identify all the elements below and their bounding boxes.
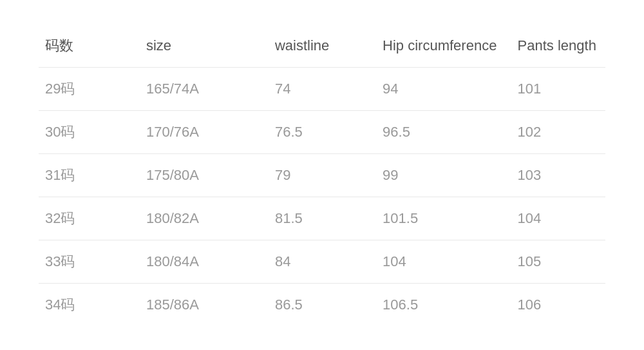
- cell-pants: 102: [511, 110, 605, 153]
- cell-waistline: 74: [269, 67, 376, 110]
- cell-size: 165/74A: [140, 67, 269, 110]
- cell-code: 33码: [39, 240, 140, 283]
- cell-waistline: 76.5: [269, 110, 376, 153]
- size-table: 码数 size waistline Hip circumference Pant…: [39, 24, 605, 326]
- cell-pants: 103: [511, 153, 605, 197]
- cell-size: 180/84A: [140, 240, 269, 283]
- size-chart-container: 码数 size waistline Hip circumference Pant…: [13, 12, 631, 339]
- cell-code: 32码: [39, 197, 140, 240]
- cell-waistline: 86.5: [269, 283, 376, 326]
- header-code: 码数: [39, 24, 140, 68]
- cell-size: 175/80A: [140, 153, 269, 197]
- cell-pants: 104: [511, 197, 605, 240]
- table-row: 29码165/74A7494101: [39, 67, 605, 110]
- cell-hip: 99: [376, 153, 511, 197]
- cell-waistline: 84: [269, 240, 376, 283]
- cell-code: 31码: [39, 153, 140, 197]
- header-waistline: waistline: [269, 24, 376, 68]
- table-header-row: 码数 size waistline Hip circumference Pant…: [39, 24, 605, 68]
- cell-pants: 101: [511, 67, 605, 110]
- cell-hip: 94: [376, 67, 511, 110]
- cell-waistline: 81.5: [269, 197, 376, 240]
- cell-code: 29码: [39, 67, 140, 110]
- table-row: 31码175/80A7999103: [39, 153, 605, 197]
- cell-size: 170/76A: [140, 110, 269, 153]
- header-pants: Pants length: [511, 24, 605, 68]
- header-size: size: [140, 24, 269, 68]
- cell-code: 34码: [39, 283, 140, 326]
- table-row: 33码180/84A84104105: [39, 240, 605, 283]
- table-row: 32码180/82A81.5101.5104: [39, 197, 605, 240]
- cell-pants: 105: [511, 240, 605, 283]
- cell-size: 180/82A: [140, 197, 269, 240]
- cell-size: 185/86A: [140, 283, 269, 326]
- cell-hip: 101.5: [376, 197, 511, 240]
- cell-code: 30码: [39, 110, 140, 153]
- cell-hip: 104: [376, 240, 511, 283]
- cell-hip: 96.5: [376, 110, 511, 153]
- cell-pants: 106: [511, 283, 605, 326]
- cell-waistline: 79: [269, 153, 376, 197]
- header-hip: Hip circumference: [376, 24, 511, 68]
- cell-hip: 106.5: [376, 283, 511, 326]
- table-row: 34码185/86A86.5106.5106: [39, 283, 605, 326]
- table-row: 30码170/76A76.596.5102: [39, 110, 605, 153]
